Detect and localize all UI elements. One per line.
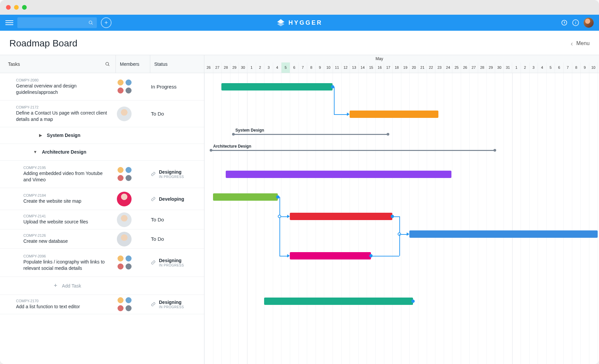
day-cell: 27 xyxy=(213,62,222,73)
minimize-window-button[interactable] xyxy=(14,5,19,10)
day-cell: 27 xyxy=(469,62,478,73)
status-label: To Do xyxy=(151,236,164,242)
task-status[interactable]: To Do xyxy=(150,111,204,117)
task-members[interactable] xyxy=(116,166,150,182)
col-tasks-label: Tasks xyxy=(8,61,20,67)
task-status[interactable]: To Do xyxy=(150,236,204,242)
status-label: Designing xyxy=(159,169,184,175)
group-row[interactable]: ▶ System Design xyxy=(0,127,204,144)
task-row[interactable]: COMPY-2170 Add a list function to text e… xyxy=(0,295,204,314)
group-name: System Design xyxy=(47,132,80,139)
task-id: COMPY-2184 xyxy=(23,193,112,197)
task-members[interactable] xyxy=(116,255,150,271)
add-task-row[interactable]: + Add Task xyxy=(0,277,204,295)
task-status[interactable]: DesigningIN PROGRESS xyxy=(150,258,204,267)
task-members[interactable] xyxy=(116,192,150,206)
day-cell: 28 xyxy=(478,62,486,73)
day-cell: 11 xyxy=(333,62,341,73)
day-cell: 9 xyxy=(316,62,324,73)
info-icon[interactable]: i xyxy=(572,19,579,26)
dependency-line xyxy=(278,215,281,218)
gantt-bar[interactable] xyxy=(226,171,451,178)
timeline-group-label: Architecture Design xyxy=(213,144,251,149)
dependency-line xyxy=(334,114,348,115)
window-titlebar xyxy=(0,0,599,15)
svg-point-0 xyxy=(89,21,92,24)
gantt-bar[interactable] xyxy=(409,230,597,238)
task-members[interactable] xyxy=(116,107,150,121)
maximize-window-button[interactable] xyxy=(22,5,27,10)
timeline-pane[interactable]: May 262728293012345678910111213141516171… xyxy=(204,55,599,364)
day-cell: 7 xyxy=(298,62,307,73)
dependency-line xyxy=(399,216,400,234)
tasks-search-icon[interactable] xyxy=(105,61,110,67)
board-menu-button[interactable]: ‹ Menu xyxy=(571,40,590,47)
hygger-logo-icon xyxy=(276,18,285,27)
task-row[interactable]: COMPY-2126 Create new database To Do xyxy=(0,229,204,249)
day-cell: 8 xyxy=(572,62,581,73)
task-status[interactable]: DesigningIN PROGRESS xyxy=(150,169,204,179)
task-id: COMPY-2096 xyxy=(23,254,112,258)
status-label: Designing xyxy=(159,300,184,305)
dependency-line xyxy=(347,113,350,116)
day-cell: 21 xyxy=(418,62,427,73)
task-members[interactable] xyxy=(116,79,150,95)
task-members[interactable] xyxy=(116,297,150,313)
day-cell: 14 xyxy=(358,62,367,73)
task-row[interactable]: COMPY-2141 Upload the website source fil… xyxy=(0,210,204,229)
app-header: + HYGGER i xyxy=(0,15,599,31)
status-label: To Do xyxy=(151,111,164,117)
day-cell: 1 xyxy=(247,62,256,73)
task-id: COMPY-2170 xyxy=(16,299,112,303)
user-avatar[interactable] xyxy=(584,18,594,28)
group-row[interactable]: ▼ Architecture Design xyxy=(0,144,204,161)
task-members[interactable] xyxy=(116,232,150,246)
gantt-bar[interactable] xyxy=(290,252,371,259)
day-cell: 11 xyxy=(597,62,599,73)
day-cell: 4 xyxy=(538,62,546,73)
task-status[interactable]: Developing xyxy=(150,196,204,202)
clock-icon[interactable] xyxy=(561,19,568,26)
gantt-bar[interactable] xyxy=(264,298,413,305)
task-name: Add a list function to text editor xyxy=(16,304,112,310)
task-id: COMPY-2080 xyxy=(16,78,112,82)
add-button[interactable]: + xyxy=(101,17,112,28)
task-members[interactable] xyxy=(116,212,150,227)
day-cell: 10 xyxy=(324,62,333,73)
day-cell: 1 xyxy=(512,62,521,73)
task-status[interactable]: To Do xyxy=(150,217,204,222)
gantt-bar[interactable] xyxy=(221,83,333,90)
group-span-line[interactable] xyxy=(233,134,388,135)
dependency-line xyxy=(407,232,409,236)
col-status-label: Status xyxy=(150,61,204,67)
search-input[interactable] xyxy=(17,17,97,28)
task-name: Adding embedded video from Youtube and V… xyxy=(23,170,112,183)
search-icon xyxy=(88,20,93,25)
tasks-header: Tasks Members Status xyxy=(0,55,204,73)
gantt-bar[interactable] xyxy=(350,111,438,118)
close-window-button[interactable] xyxy=(6,5,11,10)
dependency-line xyxy=(394,216,399,217)
day-cell: 3 xyxy=(529,62,538,73)
day-cell: 12 xyxy=(341,62,350,73)
task-row[interactable]: COMPY-2195 Adding embedded video from Yo… xyxy=(0,161,204,188)
task-status[interactable]: In Progress xyxy=(150,84,204,89)
gantt-bar[interactable] xyxy=(213,193,278,201)
task-row[interactable]: COMPY-2184 Create the website site map D… xyxy=(0,188,204,210)
gantt-bar[interactable] xyxy=(290,213,392,220)
day-cell: 4 xyxy=(273,62,281,73)
menu-icon[interactable] xyxy=(5,19,13,27)
day-cell: 6 xyxy=(555,62,563,73)
day-cell: 10 xyxy=(589,62,598,73)
day-cell: 13 xyxy=(350,62,358,73)
link-icon xyxy=(151,302,156,307)
task-id: COMPY-2195 xyxy=(23,166,112,170)
task-status[interactable]: DesigningIN PROGRESS xyxy=(150,300,204,309)
task-row[interactable]: COMPY-2080 General overview and design g… xyxy=(0,73,204,101)
timeline-group-label: System Design xyxy=(235,128,264,133)
task-row[interactable]: COMPY-2096 Populate links / icongraphy w… xyxy=(0,249,204,277)
col-members-label: Members xyxy=(116,61,150,67)
group-span-line[interactable] xyxy=(211,150,495,151)
task-row[interactable]: COMPY-2172 Define a Contact Us page with… xyxy=(0,101,204,127)
task-name: Populate links / icongraphy with links t… xyxy=(23,259,112,271)
